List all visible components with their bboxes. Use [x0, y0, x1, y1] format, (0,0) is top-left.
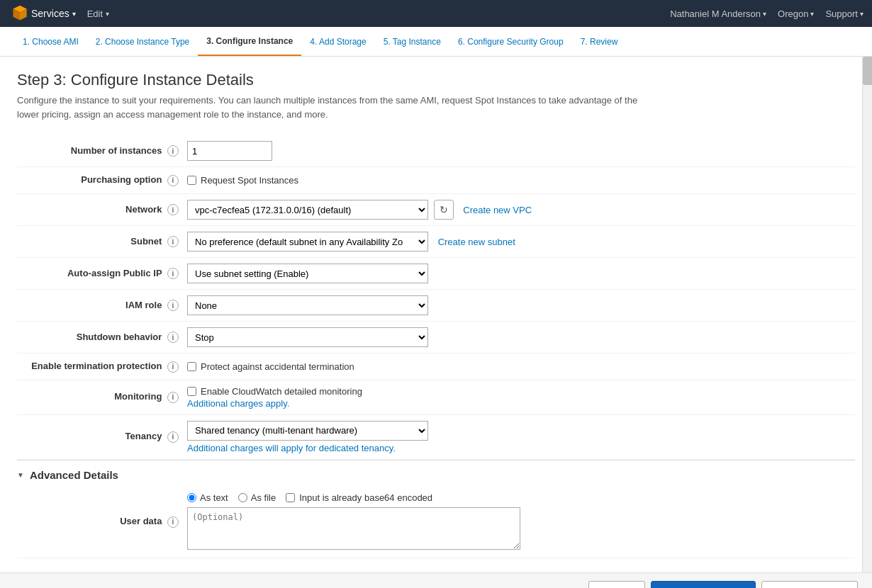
advanced-details-toggle-icon: ▼ [17, 471, 24, 479]
tenancy-charges-link[interactable]: Additional charges will apply for dedica… [187, 443, 396, 453]
page-description: Configure the instance to suit your requ… [17, 94, 655, 121]
wizard-step-5-label: 5. Tag Instance [384, 37, 441, 47]
purchasing-option-label: Purchasing option [81, 174, 162, 185]
termination-protection-checkbox[interactable] [187, 362, 196, 371]
main-content: Step 3: Configure Instance Details Confi… [0, 57, 872, 572]
user-data-asfile-radio[interactable] [238, 493, 247, 502]
row-subnet: Subnet i No preference (default subnet i… [17, 226, 855, 258]
user-caret-icon: ▾ [763, 10, 766, 18]
iam-role-select[interactable]: None [187, 295, 428, 315]
termination-protection-info-icon[interactable]: i [167, 361, 179, 373]
previous-button[interactable]: Previous [588, 581, 646, 588]
wizard-step-6-label: 6. Configure Security Group [458, 37, 564, 47]
tenancy-label: Tenancy [125, 431, 162, 441]
shutdown-behavior-info-icon[interactable]: i [167, 332, 179, 343]
user-data-astext-label[interactable]: As text [187, 492, 228, 503]
purchasing-option-checkbox-label[interactable]: Request Spot Instances [187, 175, 855, 186]
support-caret-icon: ▾ [860, 10, 863, 18]
number-of-instances-label: Number of instances [71, 145, 162, 156]
row-termination-protection: Enable termination protection i Protect … [17, 354, 855, 380]
user-data-radio-group: As text As file Input is already base64 … [187, 492, 855, 503]
scrollbar-thumb[interactable] [863, 57, 872, 85]
navbar-right: Nathaniel M Anderson ▾ Oregon ▾ Support … [670, 9, 863, 19]
row-number-of-instances: Number of instances i [17, 135, 855, 167]
user-data-asfile-label[interactable]: As file [238, 492, 276, 503]
wizard-step-2[interactable]: 2. Choose Instance Type [87, 27, 199, 56]
wizard-step-5[interactable]: 5. Tag Instance [375, 27, 449, 56]
services-caret-icon: ▾ [72, 10, 76, 18]
region-caret-icon: ▾ [810, 10, 814, 18]
navbar: Services ▾ Edit ▾ Nathaniel M Anderson ▾… [0, 0, 872, 27]
user-label: Nathaniel M Anderson [670, 9, 761, 19]
tenancy-info-icon[interactable]: i [167, 431, 179, 443]
wizard-step-1[interactable]: 1. Choose AMI [14, 27, 87, 56]
region-label: Oregon [778, 9, 808, 19]
purchasing-option-checkbox[interactable] [187, 176, 196, 185]
user-data-astext-text: As text [200, 492, 228, 503]
monitoring-info-icon[interactable]: i [167, 392, 179, 403]
monitoring-charges-link[interactable]: Additional charges apply. [187, 398, 289, 409]
monitoring-text: Enable CloudWatch detailed monitoring [201, 386, 362, 397]
user-data-base64-checkbox[interactable] [286, 493, 295, 502]
network-info-icon[interactable]: i [167, 204, 179, 215]
wizard-steps: 1. Choose AMI 2. Choose Instance Type 3.… [0, 27, 872, 57]
subnet-select[interactable]: No preference (default subnet in any Ava… [187, 232, 428, 251]
purchasing-option-checkbox-text: Request Spot Instances [201, 175, 298, 186]
user-data-info-icon[interactable]: i [167, 516, 179, 528]
monitoring-checkbox-label[interactable]: Enable CloudWatch detailed monitoring [187, 386, 855, 397]
wizard-step-4[interactable]: 4. Add Storage [301, 27, 374, 56]
advanced-details-section[interactable]: ▼ Advanced Details [17, 460, 855, 487]
monitoring-checkbox[interactable] [187, 387, 196, 396]
advanced-form-table: User data i As text As file Input is al [17, 487, 855, 558]
action-bar: Cancel Previous Review and Launch Next: … [0, 572, 872, 588]
user-menu[interactable]: Nathaniel M Anderson ▾ [670, 9, 766, 19]
shutdown-behavior-select[interactable]: Stop Terminate [187, 327, 428, 347]
support-menu[interactable]: Support ▾ [825, 9, 863, 19]
row-iam-role: IAM role i None [17, 290, 855, 322]
cancel-button[interactable]: Cancel [540, 582, 582, 588]
tenancy-select[interactable]: Shared tenancy (multi-tenant hardware) D… [187, 421, 428, 441]
wizard-step-2-label: 2. Choose Instance Type [96, 37, 190, 47]
user-data-base64-label[interactable]: Input is already base64 encoded [286, 492, 432, 503]
number-of-instances-info-icon[interactable]: i [167, 145, 179, 157]
review-and-launch-button[interactable]: Review and Launch [651, 581, 756, 588]
scrollbar-track[interactable] [862, 57, 872, 572]
row-monitoring: Monitoring i Enable CloudWatch detailed … [17, 380, 855, 414]
create-vpc-link[interactable]: Create new VPC [463, 205, 532, 215]
iam-role-info-icon[interactable]: i [167, 300, 179, 311]
user-data-label: User data [120, 516, 162, 526]
advanced-details-label: Advanced Details [30, 469, 118, 481]
user-data-textarea[interactable] [187, 507, 520, 550]
services-menu[interactable]: Services ▾ [31, 8, 76, 19]
iam-role-label: IAM role [125, 300, 162, 310]
wizard-step-7[interactable]: 7. Review [572, 27, 627, 56]
auto-assign-ip-select[interactable]: Use subnet setting (Enable) [187, 264, 428, 283]
termination-protection-checkbox-label[interactable]: Protect against accidental termination [187, 361, 855, 372]
support-label: Support [825, 9, 858, 19]
wizard-step-3[interactable]: 3. Configure Instance [198, 27, 301, 56]
row-tenancy: Tenancy i Shared tenancy (multi-tenant h… [17, 414, 855, 459]
row-auto-assign-ip: Auto-assign Public IP i Use subnet setti… [17, 258, 855, 290]
wizard-step-1-label: 1. Choose AMI [23, 37, 79, 47]
wizard-step-6[interactable]: 6. Configure Security Group [449, 27, 572, 56]
aws-logo-icon [9, 2, 31, 25]
row-network: Network i vpc-c7ecfea5 (172.31.0.0/16) (… [17, 193, 855, 226]
purchasing-option-info-icon[interactable]: i [167, 175, 179, 186]
next-add-storage-button[interactable]: Next: Add Storage [761, 581, 858, 588]
user-data-astext-radio[interactable] [187, 493, 196, 502]
network-refresh-button[interactable]: ↻ [434, 200, 454, 220]
monitoring-label: Monitoring [114, 391, 162, 402]
network-select[interactable]: vpc-c7ecfea5 (172.31.0.0/16) (default) [187, 200, 428, 220]
create-subnet-link[interactable]: Create new subnet [438, 237, 515, 247]
number-of-instances-input[interactable] [187, 141, 272, 161]
termination-protection-label: Enable termination protection [31, 361, 162, 371]
auto-assign-ip-info-icon[interactable]: i [167, 268, 179, 279]
wizard-step-3-label: 3. Configure Instance [206, 36, 293, 46]
edit-menu[interactable]: Edit ▾ [87, 9, 109, 19]
region-menu[interactable]: Oregon ▾ [778, 9, 814, 19]
wizard-step-4-label: 4. Add Storage [310, 37, 366, 47]
termination-protection-text: Protect against accidental termination [201, 361, 354, 372]
subnet-info-icon[interactable]: i [167, 236, 179, 247]
form-table: Number of instances i Purchasing option … [17, 135, 855, 460]
row-shutdown-behavior: Shutdown behavior i Stop Terminate [17, 322, 855, 354]
